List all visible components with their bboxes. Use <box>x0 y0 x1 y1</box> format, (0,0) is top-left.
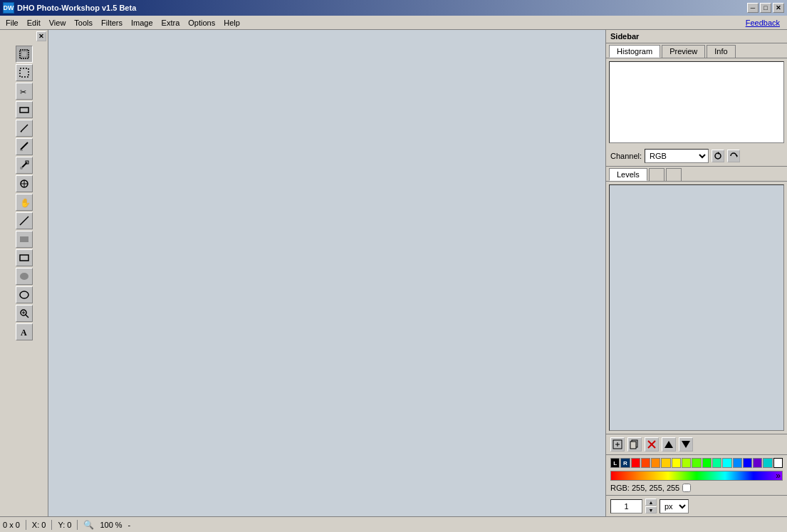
menu-edit[interactable]: Edit <box>23 17 45 28</box>
tool-row-5 <box>16 120 33 137</box>
swatch-6[interactable] <box>682 458 691 468</box>
rect-fill-tool[interactable] <box>16 231 33 248</box>
swatch-4[interactable] <box>661 458 670 468</box>
tool-row-9: ✋ <box>16 194 33 211</box>
svg-rect-8 <box>20 150 23 151</box>
canvas-area <box>48 30 605 516</box>
svg-line-22 <box>26 315 28 318</box>
status-y: Y: 0 <box>58 521 71 529</box>
levels-tab-bar: Levels <box>606 167 787 182</box>
tool-row-3: ✂ <box>16 83 33 100</box>
pencil-tool[interactable] <box>16 120 33 137</box>
status-bar: 0 x 0 X: 0 Y: 0 🔍 100 % - <box>0 516 787 532</box>
levels-new-btn[interactable] <box>610 437 625 452</box>
tab-preview[interactable]: Preview <box>662 45 705 58</box>
eyedropper-tool[interactable] <box>16 157 33 174</box>
tool-row-11 <box>16 231 33 248</box>
menu-filters[interactable]: Filters <box>97 17 127 28</box>
histogram-panel <box>609 61 784 143</box>
swatch-2[interactable] <box>641 458 650 468</box>
palette-l-label[interactable]: L <box>610 458 620 468</box>
ellipse-fill-tool[interactable] <box>16 268 33 285</box>
feedback-link[interactable]: Feedback <box>746 19 780 27</box>
svg-marker-34 <box>664 441 673 448</box>
app-title: DHO Photo-Workshop v1.5 Beta <box>17 4 747 12</box>
swatch-5[interactable] <box>672 458 681 468</box>
swatch-3[interactable] <box>651 458 660 468</box>
menu-tools[interactable]: Tools <box>70 17 97 28</box>
menu-view[interactable]: View <box>45 17 71 28</box>
minimize-button[interactable]: ─ <box>747 3 759 13</box>
select-tool[interactable] <box>16 46 33 63</box>
menu-file[interactable]: File <box>1 17 23 28</box>
tab-histogram[interactable]: Histogram <box>609 45 660 58</box>
menu-image[interactable]: Image <box>127 17 157 28</box>
swatch-12[interactable] <box>743 458 752 468</box>
svg-rect-27 <box>613 440 622 449</box>
brush-size-down-btn[interactable]: ▼ <box>645 506 657 513</box>
line-tool[interactable] <box>16 212 33 229</box>
marquee-tool[interactable] <box>16 64 33 81</box>
brush-tool[interactable] <box>16 138 33 155</box>
tab-levels-3[interactable] <box>666 168 682 181</box>
eraser-tool[interactable] <box>16 101 33 118</box>
swatch-11[interactable] <box>733 458 742 468</box>
maximize-button[interactable]: □ <box>760 3 771 13</box>
menu-help[interactable]: Help <box>219 17 244 28</box>
brush-unit-select[interactable]: px cm in <box>660 499 689 513</box>
tab-levels-2[interactable] <box>649 168 664 181</box>
levels-delete-btn[interactable] <box>645 437 659 452</box>
tool-row-13 <box>16 268 33 285</box>
svg-text:A: A <box>21 328 27 338</box>
text-tool[interactable]: A <box>16 323 33 340</box>
ellipse-outline-tool[interactable] <box>16 286 33 303</box>
gradient-bar[interactable]: » <box>610 471 783 481</box>
svg-rect-30 <box>632 440 637 447</box>
swatch-1[interactable] <box>631 458 640 468</box>
swatch-7[interactable] <box>692 458 701 468</box>
lasso-tool[interactable]: ✂ <box>16 83 33 100</box>
levels-down-btn[interactable] <box>679 437 693 452</box>
svg-rect-4 <box>20 108 28 113</box>
status-zoom: 100 % <box>100 521 122 529</box>
brush-size-up-btn[interactable]: ▲ <box>645 499 657 506</box>
status-x: X: 0 <box>32 521 46 529</box>
clone-tool[interactable] <box>16 175 33 192</box>
rect-outline-tool[interactable] <box>16 249 33 266</box>
menu-options[interactable]: Options <box>184 17 219 28</box>
tool-row-12 <box>16 249 33 266</box>
brush-size-row: ▲ ▼ px cm in <box>606 495 787 516</box>
swatch-14[interactable] <box>763 458 772 468</box>
svg-line-16 <box>20 217 28 225</box>
levels-section: Levels <box>606 166 787 454</box>
tool-row-14 <box>16 286 33 303</box>
zoom-tool[interactable] <box>16 305 33 322</box>
channel-sync-btn[interactable] <box>727 150 740 162</box>
close-button[interactable]: ✕ <box>773 3 784 13</box>
swatch-8[interactable] <box>702 458 712 468</box>
channel-select[interactable]: RGB Red Green Blue <box>645 149 709 163</box>
menu-bar: File Edit View Tools Filters Image Extra… <box>0 16 787 30</box>
swatch-9[interactable] <box>712 458 721 468</box>
channel-refresh-btn[interactable] <box>712 150 724 162</box>
levels-up-btn[interactable] <box>662 437 676 452</box>
palette-r-label[interactable]: R <box>620 458 630 468</box>
rgb-row: RGB: 255, 255, 255 <box>610 484 783 492</box>
swatch-13[interactable] <box>753 458 762 468</box>
channel-row: Channel: RGB Red Green Blue <box>606 146 787 166</box>
rgb-checkbox[interactable] <box>682 484 691 492</box>
tab-levels[interactable]: Levels <box>609 168 647 181</box>
tool-row-7 <box>16 157 33 174</box>
levels-copy-btn[interactable] <box>627 437 642 452</box>
swatch-10[interactable] <box>722 458 731 468</box>
brush-size-input[interactable] <box>610 499 642 513</box>
menu-extra[interactable]: Extra <box>157 17 184 28</box>
hand-tool[interactable]: ✋ <box>16 194 33 211</box>
color-section: L R » <box>606 454 787 495</box>
svg-rect-17 <box>20 236 28 242</box>
toolbox: ✕ ✂ <box>0 30 48 516</box>
gradient-expand-btn[interactable]: » <box>776 471 781 481</box>
swatch-15[interactable] <box>773 458 783 468</box>
tab-info[interactable]: Info <box>707 45 735 58</box>
toolbox-close-button[interactable]: ✕ <box>36 31 46 41</box>
